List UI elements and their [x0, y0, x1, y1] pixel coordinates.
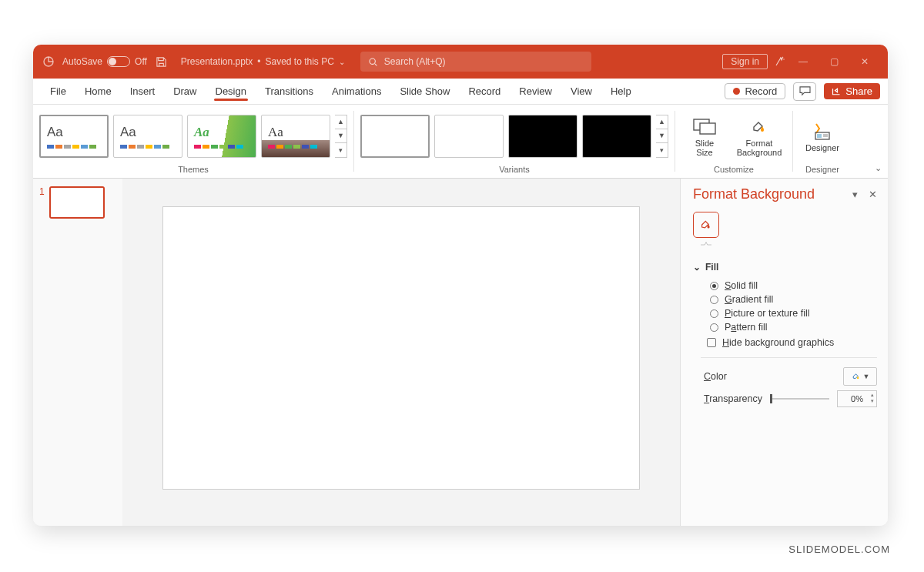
ribbon-tabs: FileHomeInsertDrawDesignTransitionsAnima…: [33, 79, 888, 105]
tab-help[interactable]: Help: [601, 79, 641, 104]
slide-size-label: Slide Size: [695, 139, 714, 157]
autosave-state: Off: [135, 56, 147, 67]
dropdown-arrow-icon: ▼: [863, 373, 870, 380]
bullet: •: [257, 56, 260, 67]
radio-solid-fill[interactable]: Solid fill: [710, 280, 877, 291]
powerpoint-icon: [41, 54, 56, 69]
slide-mini-preview[interactable]: [49, 186, 105, 219]
color-picker-button[interactable]: ▼: [843, 367, 877, 386]
search-icon: [368, 57, 378, 67]
themes-more-button[interactable]: ▲▼▾: [335, 115, 347, 158]
format-background-icon: [749, 115, 769, 137]
fill-section-toggle[interactable]: ⌄ Fill: [693, 262, 877, 273]
variants-more-button[interactable]: ▲▼▾: [656, 115, 668, 158]
transparency-label: Transparency: [704, 393, 762, 404]
comments-button[interactable]: [793, 82, 816, 101]
variant-option-2[interactable]: [434, 115, 504, 158]
group-label-variants: Variants: [499, 162, 530, 176]
designer-button[interactable]: Designer: [799, 120, 845, 152]
autosave-label: AutoSave: [62, 56, 102, 67]
svg-point-3: [783, 59, 784, 59]
tab-draw[interactable]: Draw: [164, 79, 206, 104]
editor-canvas-area: [122, 179, 680, 526]
slide-thumbnail-1[interactable]: 1: [39, 186, 116, 219]
tab-design[interactable]: Design: [206, 79, 256, 104]
theme-option-3[interactable]: Aa: [187, 115, 256, 158]
tab-indicator: [701, 241, 711, 249]
fill-bucket-icon: [851, 371, 862, 382]
tab-file[interactable]: File: [41, 79, 75, 104]
tab-record[interactable]: Record: [459, 79, 510, 104]
svg-rect-7: [817, 134, 822, 138]
svg-line-2: [375, 63, 377, 65]
variant-option-3[interactable]: [508, 115, 578, 158]
color-control: Color ▼: [704, 367, 877, 386]
radio-label: Picture or texture fill: [725, 308, 809, 319]
coming-soon-icon[interactable]: [772, 55, 788, 68]
variant-option-4[interactable]: [582, 115, 651, 158]
window-close[interactable]: ✕: [849, 56, 880, 67]
color-label: Color: [704, 371, 727, 382]
slide-size-button[interactable]: Slide Size: [681, 115, 728, 157]
document-title[interactable]: Presentation.pptx • Saved to this PC ⌄: [181, 56, 345, 67]
format-background-button[interactable]: Format Background: [732, 115, 786, 157]
theme-option-4[interactable]: Aa: [261, 115, 330, 158]
sign-in-button[interactable]: Sign in: [722, 54, 768, 69]
tab-insert[interactable]: Insert: [121, 79, 165, 104]
search-box[interactable]: Search (Alt+Q): [360, 52, 591, 72]
theme-option-2[interactable]: Aa: [113, 115, 182, 158]
designer-icon: [813, 120, 832, 142]
fill-tab-icon[interactable]: [693, 212, 719, 238]
divider: [701, 357, 877, 358]
ribbon-design: AaAaAaAa▲▼▾ Themes ▲▼▾ Variants Slide Si…: [33, 105, 888, 179]
transparency-slider[interactable]: [770, 398, 829, 400]
radio-label: Solid fill: [725, 280, 758, 291]
record-dot-icon: [733, 88, 740, 95]
section-fill-label: Fill: [705, 262, 718, 273]
group-label-customize: Customize: [714, 162, 754, 176]
transparency-control: Transparency 0% ▴▾: [704, 390, 877, 407]
radio-picture-fill[interactable]: Picture or texture fill: [710, 308, 877, 319]
ribbon-collapse-button[interactable]: ⌄: [875, 163, 882, 173]
radio-label: Gradient fill: [725, 294, 773, 305]
window-maximize[interactable]: ▢: [819, 56, 849, 67]
tab-view[interactable]: View: [561, 79, 601, 104]
chevron-down-icon: ⌄: [693, 262, 701, 273]
slide-thumbnail-panel[interactable]: 1: [33, 179, 122, 526]
toggle-switch[interactable]: [107, 56, 130, 67]
workspace: 1 Format Background ▾ ✕ ⌄ Fill: [33, 179, 888, 526]
tab-review[interactable]: Review: [510, 79, 561, 104]
svg-point-1: [370, 59, 375, 64]
tab-transitions[interactable]: Transitions: [256, 79, 323, 104]
radio-gradient-fill[interactable]: Gradient fill: [710, 294, 877, 305]
slide-number: 1: [39, 186, 45, 219]
theme-option-1[interactable]: Aa: [39, 115, 109, 158]
tab-home[interactable]: Home: [75, 79, 121, 104]
save-icon[interactable]: [155, 55, 169, 69]
designer-label: Designer: [805, 143, 839, 152]
record-button[interactable]: Record: [725, 83, 785, 99]
pane-options-button[interactable]: ▾: [852, 189, 858, 200]
pane-close-button[interactable]: ✕: [869, 189, 877, 200]
group-designer: Designer Designer: [793, 105, 852, 178]
document-status: Saved to this PC: [265, 56, 333, 67]
format-background-label: Format Background: [737, 139, 782, 157]
tab-animations[interactable]: Animations: [323, 79, 390, 104]
group-themes: AaAaAaAa▲▼▾ Themes: [33, 105, 353, 178]
radio-pattern-fill[interactable]: Pattern fill: [710, 322, 877, 333]
checkbox-hide-bg-graphics[interactable]: Hide background graphics: [707, 337, 877, 348]
radio-icon: [710, 309, 718, 318]
slide-canvas[interactable]: [162, 206, 640, 490]
variant-option-1[interactable]: [360, 115, 430, 158]
checkbox-label: Hide background graphics: [722, 337, 834, 348]
spinner-arrows-icon: ▴▾: [871, 392, 874, 404]
transparency-value: 0%: [851, 394, 863, 403]
group-customize: Slide Size Format Background Customize: [675, 105, 792, 178]
svg-rect-5: [700, 123, 715, 134]
window-minimize[interactable]: —: [788, 56, 819, 67]
format-background-pane: Format Background ▾ ✕ ⌄ Fill Solid fill: [680, 179, 888, 526]
autosave-toggle[interactable]: AutoSave Off: [62, 56, 147, 67]
transparency-spinner[interactable]: 0% ▴▾: [837, 390, 877, 407]
tab-slide-show[interactable]: Slide Show: [390, 79, 459, 104]
share-button[interactable]: Share: [824, 83, 880, 99]
